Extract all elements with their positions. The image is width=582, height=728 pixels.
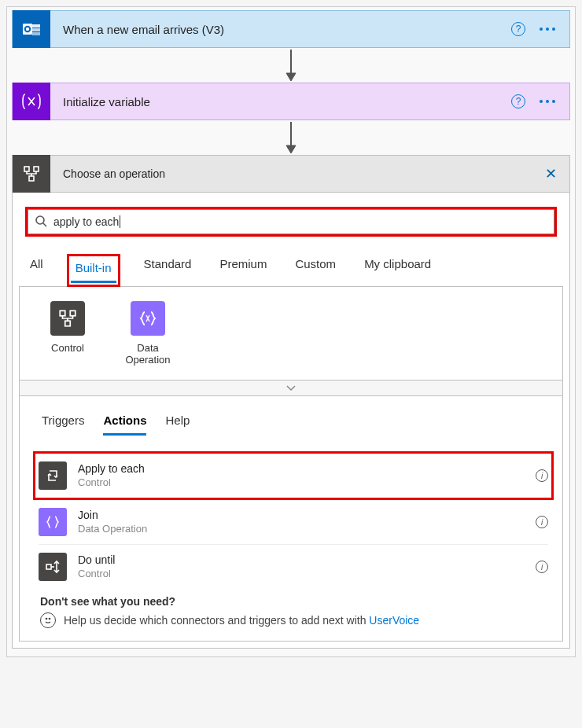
arrow-down-icon bbox=[12, 48, 570, 83]
connector-control[interactable]: Control bbox=[40, 301, 95, 366]
connector-data-operation[interactable]: Data Operation bbox=[120, 301, 175, 366]
result-tabs: Triggers Actions Help bbox=[20, 396, 562, 443]
action-sub: Data Operation bbox=[78, 523, 525, 536]
card-actions: ? bbox=[511, 22, 569, 36]
tab-all[interactable]: All bbox=[25, 254, 48, 277]
uservoice-link[interactable]: UserVoice bbox=[369, 614, 419, 627]
tab-my-clipboard[interactable]: My clipboard bbox=[359, 254, 436, 277]
results-panel: Triggers Actions Help bbox=[19, 396, 563, 642]
search-container[interactable]: apply to each bbox=[28, 209, 554, 234]
footer-question: Don't see what you need? bbox=[40, 595, 542, 608]
action-title: Do until bbox=[78, 553, 525, 567]
action-text: Apply to each Control bbox=[78, 461, 525, 489]
flow-canvas: When a new email arrives (V3) ? Initiali… bbox=[6, 6, 576, 657]
tab-actions[interactable]: Actions bbox=[103, 414, 146, 436]
apply-to-each-highlight: Apply to each Control i bbox=[33, 451, 554, 500]
action-text: Join Data Operation bbox=[78, 508, 525, 535]
outlook-icon bbox=[13, 10, 50, 48]
card-actions: ? bbox=[511, 94, 569, 108]
search-highlight-box: apply to each bbox=[25, 207, 557, 237]
svg-rect-2 bbox=[32, 24, 40, 28]
svg-rect-11 bbox=[29, 176, 34, 181]
footer-row: Help us decide which connectors and trig… bbox=[40, 612, 542, 628]
initialize-variable-card[interactable]: Initialize variable ? bbox=[12, 83, 570, 120]
action-join[interactable]: Join Data Operation i bbox=[39, 500, 548, 545]
action-sub: Control bbox=[78, 568, 525, 581]
search-icon bbox=[35, 215, 47, 230]
smiley-icon bbox=[40, 612, 56, 628]
svg-rect-15 bbox=[70, 311, 76, 316]
svg-marker-6 bbox=[286, 73, 296, 81]
trigger-email-card[interactable]: When a new email arrives (V3) ? bbox=[12, 10, 570, 48]
more-menu-icon[interactable] bbox=[540, 100, 555, 103]
search-text-value: apply to each bbox=[53, 215, 119, 228]
svg-point-19 bbox=[49, 618, 50, 619]
category-tabs: All Built-in Standard Premium Custom My … bbox=[25, 254, 557, 287]
svg-rect-17 bbox=[46, 564, 51, 569]
control-header-icon bbox=[13, 155, 50, 193]
initialize-variable-title: Initialize variable bbox=[50, 95, 511, 108]
chevron-down-icon bbox=[287, 386, 295, 390]
expand-chevron-bar[interactable] bbox=[19, 381, 563, 396]
until-icon bbox=[39, 553, 67, 581]
data-operation-icon bbox=[131, 301, 165, 336]
svg-rect-3 bbox=[32, 28, 40, 31]
svg-rect-4 bbox=[32, 32, 40, 35]
svg-point-12 bbox=[36, 216, 44, 224]
action-title: Apply to each bbox=[78, 461, 525, 476]
svg-rect-10 bbox=[34, 167, 39, 171]
connectors-grid: Control Data Operation bbox=[19, 286, 563, 381]
tab-premium[interactable]: Premium bbox=[215, 254, 271, 277]
tab-help[interactable]: Help bbox=[165, 414, 190, 436]
arrow-down-icon bbox=[12, 120, 570, 155]
choose-operation-title: Choose an operation bbox=[50, 167, 569, 180]
tab-standard[interactable]: Standard bbox=[139, 254, 197, 277]
help-icon[interactable]: ? bbox=[511, 94, 525, 108]
action-text: Do until Control bbox=[78, 553, 525, 580]
connector-control-label: Control bbox=[51, 342, 84, 354]
svg-rect-14 bbox=[60, 311, 65, 316]
variable-icon bbox=[13, 83, 50, 120]
info-icon[interactable]: i bbox=[536, 516, 548, 528]
close-icon[interactable]: ✕ bbox=[545, 165, 557, 182]
choose-operation-header: Choose an operation ✕ bbox=[12, 155, 570, 193]
control-icon bbox=[50, 301, 85, 336]
more-menu-icon[interactable] bbox=[540, 28, 555, 31]
help-icon[interactable]: ? bbox=[511, 22, 525, 36]
loop-icon bbox=[39, 461, 67, 490]
footer: Don't see what you need? Help us decide … bbox=[20, 589, 562, 628]
svg-rect-0 bbox=[23, 24, 32, 35]
svg-line-13 bbox=[43, 223, 46, 226]
info-icon[interactable]: i bbox=[536, 469, 548, 482]
action-do-until[interactable]: Do until Control i bbox=[39, 545, 548, 589]
braces-icon bbox=[39, 508, 67, 536]
action-sub: Control bbox=[78, 476, 525, 490]
operation-panel: apply to each All Built-in Standard Prem… bbox=[12, 193, 570, 649]
info-icon[interactable]: i bbox=[536, 561, 548, 573]
svg-rect-9 bbox=[24, 167, 29, 171]
action-title: Join bbox=[78, 508, 525, 522]
svg-rect-16 bbox=[65, 321, 71, 326]
builtin-highlight-box: Built-in bbox=[67, 254, 120, 287]
tab-built-in[interactable]: Built-in bbox=[71, 258, 116, 283]
tab-triggers[interactable]: Triggers bbox=[42, 414, 84, 436]
footer-line: Help us decide which connectors and trig… bbox=[64, 614, 419, 627]
trigger-email-title: When a new email arrives (V3) bbox=[50, 23, 511, 36]
connector-dataop-label: Data Operation bbox=[120, 342, 175, 366]
tab-custom[interactable]: Custom bbox=[290, 254, 341, 277]
svg-marker-8 bbox=[286, 145, 296, 153]
action-apply-to-each[interactable]: Apply to each Control i bbox=[39, 454, 548, 498]
action-list: Apply to each Control i Join bbox=[20, 443, 562, 589]
svg-point-18 bbox=[46, 618, 46, 619]
